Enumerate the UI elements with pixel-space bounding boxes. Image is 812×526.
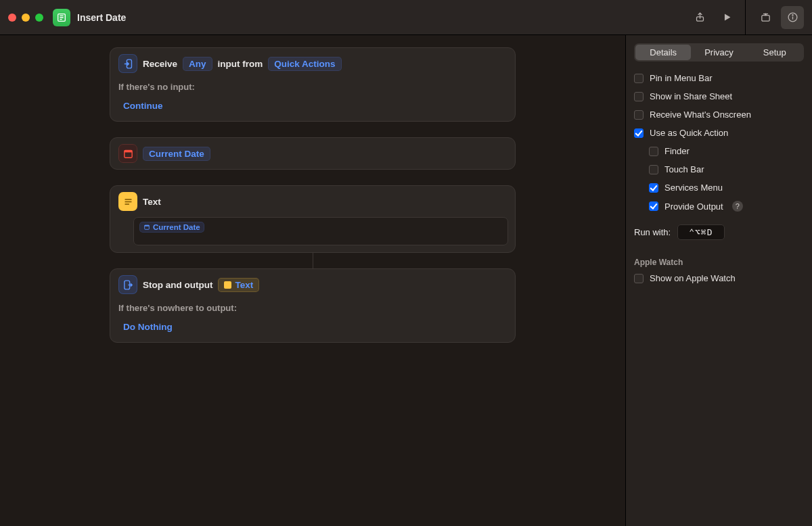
minimize-window-button[interactable] [22, 14, 30, 22]
checkbox[interactable] [649, 147, 658, 156]
option-label: Receive What's Onscreen [650, 110, 751, 120]
checkbox[interactable] [649, 201, 658, 211]
titlebar: Insert Date [0, 0, 812, 35]
current-date-token[interactable]: Current Date [143, 147, 210, 161]
receive-type-token[interactable]: Any [183, 57, 212, 71]
checkbox[interactable] [634, 92, 644, 101]
inspector-toggle-button[interactable] [781, 6, 804, 29]
close-window-button[interactable] [8, 14, 16, 22]
option-label: Use as Quick Action [650, 128, 728, 138]
window-title: Insert Date [77, 12, 126, 23]
tab-setup[interactable]: Setup [747, 45, 803, 60]
zoom-window-button[interactable] [35, 14, 43, 22]
no-input-label: If there's no input: [110, 79, 515, 99]
receive-mid-label: input from [218, 59, 263, 69]
apple-watch-section: Apple Watch [634, 258, 804, 267]
text-icon [118, 192, 137, 211]
inspector-sidebar: Details Privacy Setup Pin in Menu Bar Sh… [625, 35, 812, 526]
run-button[interactable] [715, 6, 738, 29]
keyboard-shortcut-field[interactable]: ⌃⌥⌘D [677, 224, 724, 240]
output-label: Stop and output [143, 280, 212, 290]
checkbox[interactable] [649, 183, 658, 193]
action-current-date[interactable]: Current Date [110, 137, 516, 170]
svg-rect-2 [761, 16, 769, 22]
option-label: Show on Apple Watch [650, 273, 736, 283]
text-field-variable-label: Current Date [153, 223, 200, 231]
option-label: Services Menu [664, 183, 723, 193]
tab-details[interactable]: Details [635, 45, 691, 60]
window-controls [8, 14, 43, 22]
connector-line [313, 253, 313, 268]
output-variable-label: Text [235, 280, 253, 290]
option-label: Finder [664, 146, 690, 156]
checkbox[interactable] [634, 274, 644, 283]
workflow-canvas[interactable]: Receive Any input from Quick Actions If … [0, 35, 625, 526]
option-label: Pin in Menu Bar [650, 73, 713, 83]
library-toggle-button[interactable] [754, 6, 777, 29]
option-pin-menubar[interactable]: Pin in Menu Bar [634, 71, 804, 85]
action-stop-and-output[interactable]: Stop and output Text If there's nowhere … [110, 268, 516, 343]
option-apple-watch[interactable]: Show on Apple Watch [634, 271, 804, 285]
output-variable-token[interactable]: Text [218, 278, 259, 292]
help-button[interactable]: ? [732, 201, 743, 212]
svg-rect-8 [124, 150, 131, 152]
text-label: Text [143, 197, 161, 207]
action-text[interactable]: Text Current Date [110, 185, 516, 253]
output-icon [118, 275, 137, 294]
text-field-variable-token[interactable]: Current Date [139, 222, 204, 233]
text-chip-icon [224, 281, 231, 289]
share-button[interactable] [688, 6, 711, 29]
calendar-icon [118, 144, 137, 163]
svg-rect-10 [145, 225, 150, 226]
shortcut-app-icon [53, 9, 70, 26]
inspector-tabs: Details Privacy Setup [634, 43, 804, 62]
nowhere-output-action[interactable]: Do Nothing [118, 320, 177, 334]
receive-label: Receive [143, 59, 177, 69]
no-input-action[interactable]: Continue [118, 99, 168, 113]
option-quick-action[interactable]: Use as Quick Action [634, 126, 804, 140]
option-touchbar[interactable]: Touch Bar [634, 162, 804, 176]
option-services-menu[interactable]: Services Menu [634, 181, 804, 195]
option-label: Provide Output [664, 201, 723, 212]
receive-source-token[interactable]: Quick Actions [268, 57, 341, 71]
toolbar-separator [745, 0, 746, 35]
receive-input-icon [118, 54, 137, 73]
action-receive-input[interactable]: Receive Any input from Quick Actions If … [110, 47, 516, 122]
nowhere-output-label: If there's nowhere to output: [110, 300, 515, 320]
run-with-label: Run with: [634, 227, 671, 237]
checkbox[interactable] [634, 128, 644, 138]
option-label: Show in Share Sheet [650, 91, 732, 101]
svg-point-5 [792, 15, 792, 16]
option-receive-onscreen[interactable]: Receive What's Onscreen [634, 107, 804, 122]
checkbox[interactable] [634, 74, 644, 83]
checkbox[interactable] [649, 165, 658, 174]
option-label: Touch Bar [664, 164, 704, 174]
option-finder[interactable]: Finder [634, 144, 804, 158]
option-share-sheet[interactable]: Show in Share Sheet [634, 89, 804, 103]
tab-privacy[interactable]: Privacy [691, 45, 746, 60]
option-provide-output[interactable]: Provide Output ? [634, 199, 804, 214]
text-field[interactable]: Current Date [133, 217, 508, 245]
checkbox[interactable] [634, 110, 644, 120]
